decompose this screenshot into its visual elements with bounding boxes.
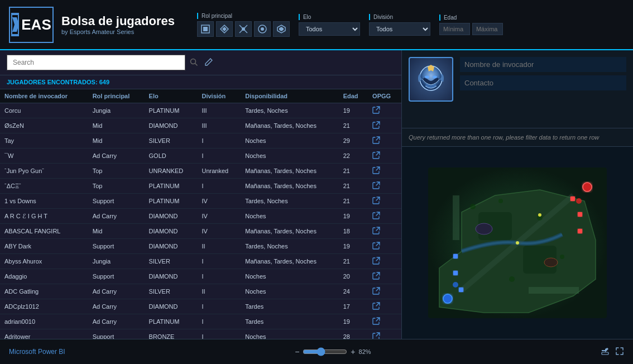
opgg-link[interactable] — [372, 274, 380, 281]
results-number: 649 — [99, 79, 109, 85]
col-opgg[interactable]: OPGG — [368, 89, 401, 103]
opgg-link[interactable] — [372, 244, 380, 251]
players-table-container[interactable]: Nombre de invocador Rol principal Elo Di… — [0, 89, 401, 339]
svg-rect-21 — [459, 288, 463, 292]
role-btn-mid[interactable] — [235, 21, 252, 37]
opgg-link[interactable] — [372, 138, 380, 145]
svg-rect-22 — [453, 271, 458, 275]
division-select[interactable]: Todos I II III IV — [369, 22, 430, 36]
svg-point-17 — [433, 76, 437, 79]
svg-rect-26 — [578, 229, 582, 233]
elo-label: Elo — [299, 14, 360, 20]
table-row[interactable]: ABY DarkSupportDIAMONDIITardes, Noches19 — [0, 239, 401, 254]
col-elo[interactable]: Elo — [145, 89, 198, 103]
col-name[interactable]: Nombre de invocador — [0, 89, 88, 103]
logo-text: EAS — [21, 16, 51, 33]
svg-point-38 — [516, 241, 519, 245]
col-edad[interactable]: Edad — [339, 89, 368, 103]
table-row[interactable]: adrian0010Ad CarryPLATINUMITardes19 — [0, 314, 401, 329]
svg-point-33 — [470, 204, 476, 209]
table-row[interactable]: 1 vs DownsSupportPLATINUMIVTardes, Noche… — [0, 194, 401, 209]
svg-point-11 — [261, 27, 264, 31]
svg-rect-23 — [453, 254, 458, 258]
table-row[interactable]: ¯WAd CarryGOLDINoches22 — [0, 149, 401, 164]
filters-area: Rol principal Elo — [197, 13, 624, 37]
zoom-slider[interactable] — [303, 347, 347, 356]
col-division[interactable]: División — [198, 89, 241, 103]
svg-point-27 — [453, 282, 458, 288]
filter-elo: Elo Todos Bronze Silver Gold Platinum Di… — [299, 14, 360, 36]
table-row[interactable]: ØsZeNMidDIAMONDIIIMañanas, Tardes, Noche… — [0, 118, 401, 133]
player-name-field[interactable] — [460, 57, 626, 72]
logo-box: EAS — [9, 7, 54, 43]
search-input[interactable] — [7, 55, 185, 70]
zoom-plus-btn[interactable]: + — [351, 347, 355, 356]
edad-min-input[interactable] — [439, 23, 470, 35]
table-row[interactable]: A R C ℰ I G H TAd CarryDIAMONDIVNoches19 — [0, 209, 401, 224]
zoom-value: 82% — [359, 348, 371, 355]
svg-point-34 — [498, 199, 503, 203]
map-container — [402, 147, 633, 339]
table-row[interactable]: AdaggioSupportDIAMONDINoches20 — [0, 269, 401, 284]
role-btn-adc[interactable] — [254, 21, 271, 37]
svg-point-16 — [425, 76, 429, 79]
opgg-link[interactable] — [372, 289, 380, 296]
header: EAS Bolsa de jugadores by Esports Amateu… — [0, 0, 633, 50]
svg-point-30 — [583, 183, 592, 191]
division-label: División — [369, 14, 430, 20]
avatar-helmet-icon — [414, 63, 448, 96]
table-row[interactable]: Abyss AhuroxJungiaSILVERIMañanas, Tardes… — [0, 254, 401, 269]
role-btn-jungle[interactable] — [216, 21, 233, 37]
results-count: JUGADORES ENCONTRADOS: 649 — [0, 75, 401, 89]
svg-point-37 — [509, 276, 515, 282]
table-row[interactable]: TayMidSILVERINoches29 — [0, 133, 401, 149]
powerbi-link[interactable]: Microsoft Power BI — [9, 348, 65, 356]
svg-point-39 — [538, 213, 541, 217]
table-row[interactable]: ADC GatlingAd CarrySILVERIINoches24 — [0, 284, 401, 299]
svg-line-13 — [195, 63, 198, 65]
opgg-link[interactable] — [372, 319, 380, 326]
results-label: JUGADORES ENCONTRADOS: — [7, 79, 98, 85]
table-row[interactable]: ˉΔCΞˉTopPLATINUMIMañanas, Tardes, Noches… — [0, 179, 401, 194]
filter-edit-button[interactable] — [204, 58, 213, 68]
share-icon[interactable] — [601, 347, 610, 357]
col-rol[interactable]: Rol principal — [88, 89, 145, 103]
opgg-link[interactable] — [372, 304, 380, 311]
player-contact-field[interactable] — [460, 75, 626, 90]
opgg-link[interactable] — [372, 259, 380, 266]
table-row[interactable]: ˉJun Pyo GunˉTopUNRANKEDUnrankedMañanas,… — [0, 164, 401, 179]
right-panel: Query returned more than one row, please… — [402, 50, 633, 339]
player-avatar — [409, 57, 453, 102]
elo-select[interactable]: Todos Bronze Silver Gold Platinum Diamon… — [299, 22, 360, 36]
table-row[interactable]: ABASCAL FANGIRLMidDIAMONDIVMañanas, Tard… — [0, 224, 401, 239]
fullscreen-icon[interactable] — [615, 347, 624, 357]
error-text: Query returned more than one row, please… — [409, 134, 599, 141]
table-row[interactable]: AdritowerSupportBRONZEINoches28 — [0, 329, 401, 339]
search-bar — [0, 50, 401, 75]
opgg-link[interactable] — [372, 214, 380, 221]
table-row[interactable]: CorcuJungiaPLATINUMIIITardes, Noches19 — [0, 103, 401, 118]
opgg-link[interactable] — [372, 334, 380, 339]
zoom-control: − + 82% — [295, 347, 371, 356]
svg-point-29 — [443, 294, 452, 303]
opgg-link[interactable] — [372, 123, 380, 130]
logo-stripe-icon — [11, 13, 20, 36]
opgg-link[interactable] — [372, 199, 380, 205]
zoom-minus-btn[interactable]: − — [295, 347, 299, 356]
player-card — [402, 50, 633, 128]
col-disponibilidad[interactable]: Disponibilidad — [241, 89, 338, 103]
table-row[interactable]: ADCplz1012Ad CarryDIAMONDITardes17 — [0, 299, 401, 314]
svg-point-31 — [476, 223, 492, 234]
role-btn-support[interactable] — [273, 21, 290, 37]
table-header: Nombre de invocador Rol principal Elo Di… — [0, 89, 401, 103]
role-btn-top[interactable] — [197, 21, 214, 37]
edad-max-input[interactable] — [472, 23, 503, 35]
search-button[interactable] — [190, 58, 198, 68]
svg-rect-40 — [602, 352, 608, 355]
opgg-link[interactable] — [372, 184, 380, 190]
opgg-link[interactable] — [372, 154, 380, 160]
opgg-link[interactable] — [372, 169, 380, 175]
opgg-link[interactable] — [372, 229, 380, 236]
opgg-link[interactable] — [372, 108, 380, 115]
logo-area: EAS Bolsa de jugadores by Esports Amateu… — [9, 7, 175, 43]
